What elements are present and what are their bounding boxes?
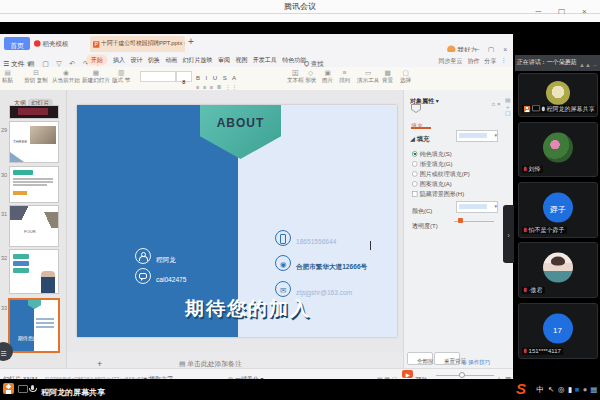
wps-tabbar: 首页 稻壳模板 P十阿千建公司校园招聘PPT.pptx ○ × + 我好力 ─ …: [0, 34, 513, 52]
participant-name: 程阿龙的屏幕共享: [522, 105, 597, 113]
object-properties-panel: 对象属性 ▾ ⌂ × 填充 ◢ 填充 ▾ 纯色填充(S)渐变填充(G)图片或纹理…: [403, 90, 503, 368]
play-button[interactable]: ▶: [402, 370, 413, 378]
tray-icon-4[interactable]: ■: [575, 385, 580, 395]
participant-tile-0[interactable]: 程阿龙的屏幕共享: [518, 73, 598, 117]
sidebar-collapse-handle[interactable]: ›: [503, 205, 514, 263]
tray-icon-1[interactable]: ↖: [548, 385, 554, 395]
thumb-number: 29: [1, 122, 12, 140]
ribbon-新建幻灯片[interactable]: ▦新建幻灯片: [82, 69, 110, 85]
thumb-number: 31: [1, 206, 12, 224]
participant-tile-2[interactable]: 孬子怕不是个孬子: [518, 182, 598, 238]
slide-thumbnail-29[interactable]: THREE: [10, 122, 58, 162]
mail-icon: ✉: [275, 281, 291, 297]
menu-tab-切换[interactable]: 切换: [148, 55, 160, 63]
contact-phone: 18651556644: [296, 233, 357, 251]
menu-tab-幻灯片放映[interactable]: 幻灯片放映: [183, 55, 213, 63]
action-同步至云[interactable]: 同步至云: [439, 57, 463, 65]
share-banner-text: 程阿龙的屏幕共享: [41, 383, 121, 400]
tray-icon-2[interactable]: ◎: [558, 385, 565, 395]
tray-icon-6[interactable]: ▦: [591, 385, 598, 395]
thumb-number: 32: [1, 250, 12, 268]
slide-thumbnail-partial[interactable]: [10, 106, 58, 118]
opacity-label: 透明度(T): [412, 218, 455, 236]
ribbon-演示工具[interactable]: ▭演示工具: [357, 69, 379, 85]
wps-document-tab[interactable]: P十阿千建公司校园招聘PPT.pptx ○ ×: [90, 36, 185, 52]
fill-swatch[interactable]: ▾: [456, 130, 498, 142]
ribbon-形状[interactable]: ◇形状: [305, 69, 316, 85]
participant-tile-1[interactable]: 刘怿: [518, 122, 598, 177]
menu-tab-视图[interactable]: 视图: [235, 55, 247, 63]
participant-tile-4[interactable]: 17151****4117: [518, 303, 598, 359]
wechat-icon: [135, 268, 151, 284]
slide[interactable]: ABOUT 程阿龙 cai042475 18651556644 ◉: [77, 105, 397, 337]
mic-icon: [524, 227, 527, 232]
action-协作[interactable]: 协作: [467, 57, 479, 65]
slide-thumbnail-32[interactable]: [10, 250, 58, 293]
avatar: [543, 132, 573, 162]
wps-taskbar-icon[interactable]: S: [516, 380, 526, 397]
menu-tab-审阅[interactable]: 审阅: [218, 55, 230, 63]
participant-name: 怕不是个孬子: [522, 227, 567, 234]
menu-tab-开始[interactable]: 开始: [86, 54, 108, 65]
meeting-titlebar-ext: [0, 14, 600, 22]
ribbon-剪切 复制[interactable]: ⊟剪切 复制: [24, 69, 48, 85]
location-icon: ◉: [275, 255, 291, 271]
screen: 腾讯会议 ─ ▢ × 首页 稻壳模板 P十阿千建公司校园招聘PPT.pptx ○…: [0, 0, 600, 400]
reset-bg-button[interactable]: 重置背景: [434, 352, 460, 365]
wps-body: 大纲 幻灯片 THREE2930FOUR3132期待您的加入33 ABOUT 程…: [0, 90, 513, 368]
meeting-title: 腾讯会议: [284, 1, 316, 12]
tray-icon-3[interactable]: ▮: [568, 385, 572, 395]
slide-thumbnail-33[interactable]: 期待您的加入: [10, 300, 58, 351]
ribbon-图片[interactable]: ▣图片: [322, 69, 333, 85]
system-tray[interactable]: 中↖◎▮■●▦: [535, 383, 599, 396]
template-icon: [34, 40, 41, 47]
new-tab-button[interactable]: +: [188, 36, 194, 47]
titlebar-actions[interactable]: 同步至云协作分享⋮: [439, 57, 507, 65]
menu-tab-动画[interactable]: 动画: [165, 55, 177, 63]
menu-tab-特色功能[interactable]: 特色功能: [282, 55, 306, 63]
participant-name: 151****4117: [522, 348, 563, 355]
font-name-box[interactable]: [140, 71, 176, 82]
sidebar-header-icons[interactable]: ▲▲ ←: [566, 55, 599, 71]
wps-home-tab[interactable]: 首页: [4, 37, 30, 50]
bottom-share-bar: 程阿龙的屏幕共享 S 中↖◎▮■●▦: [0, 379, 600, 400]
menu-tab-设计[interactable]: 设计: [130, 55, 142, 63]
zoom-knob[interactable]: [459, 372, 465, 378]
ribbon-选择[interactable]: ▢选择: [400, 69, 411, 85]
avatar: [546, 81, 570, 105]
opacity-knob[interactable]: [458, 218, 463, 223]
menu-tab-开发工具[interactable]: 开发工具: [253, 55, 277, 63]
avatar: 17: [543, 314, 573, 344]
slide-thumbnail-30[interactable]: [10, 167, 58, 202]
wps-template-tab[interactable]: 稻壳模板: [34, 38, 87, 50]
action-分享[interactable]: 分享: [484, 57, 496, 65]
ribbon-文本框[interactable]: 囯文本框: [287, 69, 304, 85]
share-person-icon: [3, 383, 14, 394]
apply-all-button[interactable]: 全部应用: [407, 352, 433, 365]
speaking-bar: 正在讲话：一个朵蘑菇 ▲▲ ←: [515, 55, 600, 71]
fill-tab-icon[interactable]: [411, 104, 421, 113]
panel-controls[interactable]: ⌂ ×: [486, 93, 501, 111]
ribbon-从当前开始[interactable]: ◉从当前开始: [52, 69, 80, 85]
participant-name: ·傲君: [522, 287, 545, 294]
color-swatch[interactable]: ▾: [456, 201, 498, 213]
participant-name: 刘怿: [522, 166, 543, 173]
menu-tab-插入[interactable]: 插入: [113, 55, 125, 63]
ribbon-版式 节[interactable]: ▥版式 节: [112, 69, 130, 85]
fill-tab-label[interactable]: 填充: [411, 118, 431, 129]
contact-wechat: cai042475: [156, 271, 202, 289]
ribbon-粘贴[interactable]: ▤粘贴: [2, 69, 13, 85]
tray-icon-5[interactable]: ●: [583, 385, 588, 395]
mic-icon: [524, 348, 527, 353]
menu-tabs: 开始插入设计切换动画幻灯片放映审阅视图开发工具特色功能: [86, 56, 306, 64]
slide-thumbnail-31[interactable]: FOUR: [10, 206, 58, 246]
ribbon-背景[interactable]: ▩背景: [382, 69, 393, 85]
participant-tile-3[interactable]: ·傲君: [518, 242, 598, 298]
font-size-box[interactable]: 8: [176, 71, 192, 82]
notes-bar[interactable]: + ▤ 单击此处添加备注: [67, 352, 403, 368]
zoom-track[interactable]: [436, 375, 494, 376]
ribbon-排列[interactable]: ≡排列: [339, 69, 350, 85]
slide-canvas: ABOUT 程阿龙 cai042475 18651556644 ◉: [67, 90, 403, 368]
contact-name: 程阿龙: [156, 251, 186, 269]
tray-icon-0[interactable]: 中: [536, 385, 544, 395]
